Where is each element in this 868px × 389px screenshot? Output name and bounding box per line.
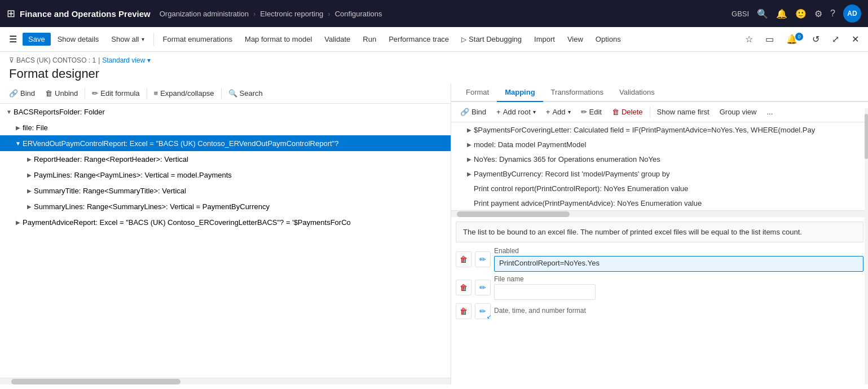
tree-toggle[interactable]: ▶ (25, 156, 34, 162)
map-format-to-model-button[interactable]: Map format to model (239, 33, 318, 46)
add-root-button[interactable]: + Add root ▾ (492, 105, 540, 118)
tree-toggle[interactable]: ▼ (14, 140, 23, 147)
tree-node[interactable]: ▶ PaymLines: Range<PaymLines>: Vertical … (0, 167, 451, 183)
edit-prop-btn-enabled[interactable]: ✏ (475, 251, 491, 267)
more-button[interactable]: ... (762, 105, 777, 118)
map-toggle[interactable]: ▶ (465, 171, 474, 177)
edit-prop-btn-filename[interactable]: ✏ (475, 280, 491, 295)
tree-node[interactable]: ▼ BACSReportsFolder: Folder (0, 104, 451, 120)
validate-button[interactable]: Validate (319, 33, 356, 46)
run-button[interactable]: Run (357, 33, 382, 46)
group-view-button[interactable]: Group view (715, 105, 761, 118)
refresh-icon[interactable]: ↺ (808, 32, 824, 47)
tree-node[interactable]: ▶ SummaryLines: Range<SummaryLines>: Ver… (0, 198, 451, 214)
nav-item-org[interactable]: Organization administration (160, 10, 249, 18)
map-node[interactable]: Print control report(PrintControlReport)… (451, 181, 868, 196)
map-node[interactable]: ▶ model: Data model PaymentModel (451, 137, 868, 152)
panel-icon[interactable]: ▭ (761, 32, 778, 47)
plus-icon: + (496, 108, 501, 116)
show-name-first-button[interactable]: Show name first (653, 105, 714, 118)
tree-node[interactable]: ▶ ReportHeader: Range<ReportHeader>: Ver… (0, 151, 451, 167)
edit-prop-btn-dateformat[interactable]: ✏ ↙ (475, 303, 491, 319)
add-button[interactable]: + Add ▾ (541, 105, 575, 118)
unlink-icon: 🗑 (45, 89, 52, 98)
map-toggle[interactable]: ▶ (465, 127, 474, 133)
save-button[interactable]: Save (23, 33, 51, 46)
tree-toggle[interactable]: ▶ (25, 204, 34, 210)
cmd-separator (153, 33, 154, 46)
performance-trace-button[interactable]: Performance trace (383, 33, 455, 46)
map-node[interactable]: ▶ $PaymentsForCoveringLetter: Calculated… (451, 122, 868, 137)
link-icon: 🔗 (460, 108, 469, 116)
tab-mapping[interactable]: Mapping (497, 83, 543, 102)
prop-dateformat-label: Date, time, and number format (494, 307, 863, 315)
tree-node[interactable]: ▶ SummaryTitle: Range<SummaryTitle>: Ver… (0, 183, 451, 198)
tab-transformations[interactable]: Transformations (543, 83, 611, 102)
tab-validations[interactable]: Validations (611, 83, 663, 102)
bell-icon[interactable]: 🔔 (776, 8, 787, 19)
breadcrumb-view[interactable]: Standard view ▾ (102, 56, 150, 64)
tree-toggle[interactable]: ▶ (25, 172, 34, 178)
breadcrumb-sep: | (98, 56, 100, 64)
page-header: ⊽ BACS (UK) CONTOSO : 1 | Standard view … (0, 52, 868, 83)
help-icon[interactable]: ? (830, 8, 835, 19)
tree-toggle[interactable]: ▶ (14, 125, 23, 131)
delete-button[interactable]: 🗑 Delete (607, 105, 647, 118)
horizontal-scrollbar[interactable] (0, 378, 451, 384)
sidebar-toggle-icon[interactable]: ☰ (5, 32, 21, 47)
rt-bind-button[interactable]: 🔗 Bind (456, 105, 491, 118)
bind-button[interactable]: 🔗 Bind (5, 87, 39, 100)
nav-item-config[interactable]: Configurations (335, 10, 382, 18)
import-button[interactable]: Import (528, 33, 561, 46)
map-node[interactable]: Print payment advice(PrintPaymentAdvice)… (451, 196, 868, 210)
right-panel-scrollbar[interactable] (865, 108, 868, 384)
view-button[interactable]: View (562, 33, 589, 46)
tab-format[interactable]: Format (458, 83, 497, 102)
map-node-label: model: Data model PaymentModel (474, 140, 586, 149)
bookmark-icon[interactable]: ☆ (741, 32, 757, 47)
delete-prop-btn-filename[interactable]: 🗑 (456, 280, 472, 295)
tree-toggle[interactable]: ▶ (25, 188, 34, 194)
map-toggle[interactable]: ▶ (465, 142, 474, 148)
delete-prop-btn-enabled[interactable]: 🗑 (456, 251, 472, 267)
tree-toggle[interactable]: ▶ (14, 219, 23, 226)
tree-node[interactable]: ▶ file: File (0, 120, 451, 135)
grid-icon[interactable]: ⊞ (7, 7, 15, 20)
map-node-label: Print payment advice(PrintPaymentAdvice)… (474, 199, 702, 207)
tree-toggle[interactable]: ▼ (5, 109, 14, 115)
settings-icon[interactable]: ⚙ (814, 8, 822, 19)
notification-badge[interactable]: 🔔0 (782, 32, 804, 47)
unbind-button[interactable]: 🗑 Unbind (41, 87, 82, 100)
smiley-icon[interactable]: 🙂 (795, 8, 807, 19)
nav-item-er[interactable]: Electronic reporting (260, 10, 323, 18)
prop-filename-input[interactable] (494, 284, 596, 300)
options-button[interactable]: Options (590, 33, 627, 46)
search-icon[interactable]: 🔍 (757, 8, 768, 19)
delete-prop-btn-dateformat[interactable]: 🗑 (456, 303, 472, 319)
format-enumerations-button[interactable]: Format enumerations (157, 33, 239, 46)
left-toolbar: 🔗 Bind 🗑 Unbind ✏ Edit formula ≡ Expand/… (0, 83, 451, 104)
close-icon[interactable]: ✕ (847, 32, 863, 47)
filter-icon[interactable]: ⊽ (9, 56, 14, 64)
tree-node[interactable]: ▶ PaymentAdviceReport: Excel = "BACS (UK… (0, 214, 451, 230)
mapping-scrollbar[interactable] (451, 210, 868, 217)
show-all-button[interactable]: Show all ▾ (105, 33, 149, 46)
map-node-label: PaymentByCurrency: Record list 'model/Pa… (474, 170, 669, 178)
expand-collapse-button[interactable]: ≡ Expand/collapse (149, 87, 219, 100)
map-node[interactable]: ▶ NoYes: Dynamics 365 for Operations enu… (451, 152, 868, 166)
edit-button[interactable]: ✏ Edit (576, 105, 606, 118)
start-debugging-button[interactable]: ▷ Start Debugging (456, 33, 527, 46)
mapping-tree: ▶ $PaymentsForCoveringLetter: Calculated… (451, 122, 868, 210)
user-avatar[interactable]: AD (843, 5, 861, 23)
map-node[interactable]: ▶ PaymentByCurrency: Record list 'model/… (451, 166, 868, 181)
search-icon: 🔍 (228, 89, 237, 98)
right-panel: Format Mapping Transformations Validatio… (451, 83, 868, 384)
tree-node[interactable]: ▼ ERVendOutPaymControlReport: Excel = "B… (0, 135, 451, 151)
show-details-button[interactable]: Show details (52, 33, 105, 46)
prop-enabled-value: PrintControlReport=NoYes.Yes (494, 256, 863, 272)
search-button[interactable]: 🔍 Search (224, 87, 267, 100)
page-title: Format designer (9, 67, 859, 81)
map-toggle[interactable]: ▶ (465, 156, 474, 162)
edit-formula-button[interactable]: ✏ Edit formula (87, 87, 144, 100)
expand-icon[interactable]: ⤢ (827, 32, 844, 47)
